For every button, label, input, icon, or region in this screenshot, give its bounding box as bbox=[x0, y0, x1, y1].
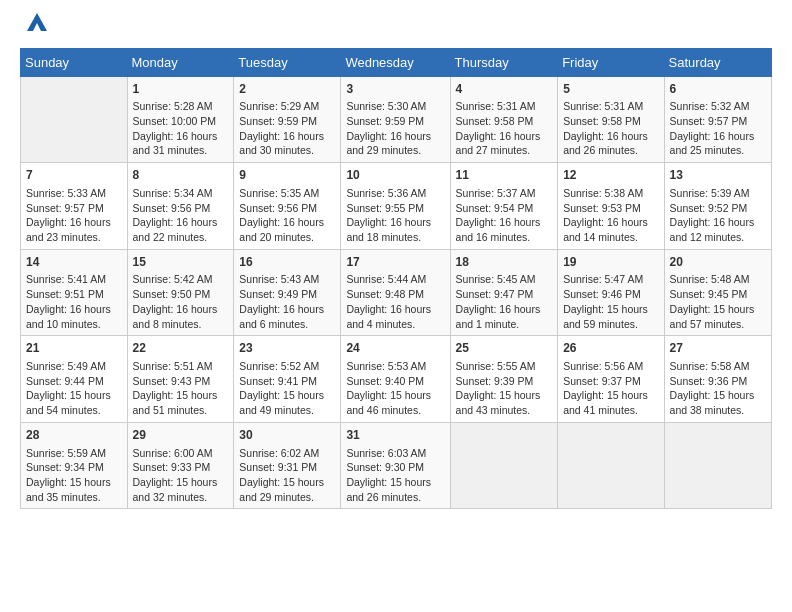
day-cell: 23Sunrise: 5:52 AMSunset: 9:41 PMDayligh… bbox=[234, 336, 341, 423]
day-info-line: Daylight: 16 hours bbox=[133, 215, 229, 230]
day-info-line: Sunset: 9:45 PM bbox=[670, 287, 766, 302]
day-number: 2 bbox=[239, 81, 335, 98]
day-info-line: and 25 minutes. bbox=[670, 143, 766, 158]
day-info-line: Sunrise: 5:42 AM bbox=[133, 272, 229, 287]
week-row-5: 28Sunrise: 5:59 AMSunset: 9:34 PMDayligh… bbox=[21, 422, 772, 509]
day-info-line: Sunset: 9:59 PM bbox=[346, 114, 444, 129]
day-info-line: Sunset: 9:47 PM bbox=[456, 287, 553, 302]
day-cell bbox=[558, 422, 664, 509]
day-number: 11 bbox=[456, 167, 553, 184]
day-info-line: Sunset: 9:59 PM bbox=[239, 114, 335, 129]
day-info-line: Sunset: 9:58 PM bbox=[563, 114, 658, 129]
day-info-line: Daylight: 16 hours bbox=[26, 302, 122, 317]
day-info-line: Sunset: 9:56 PM bbox=[239, 201, 335, 216]
day-info-line: Daylight: 16 hours bbox=[670, 215, 766, 230]
day-info-line: Sunrise: 5:29 AM bbox=[239, 99, 335, 114]
day-info-line: Daylight: 16 hours bbox=[456, 129, 553, 144]
day-cell: 17Sunrise: 5:44 AMSunset: 9:48 PMDayligh… bbox=[341, 249, 450, 336]
day-cell: 29Sunrise: 6:00 AMSunset: 9:33 PMDayligh… bbox=[127, 422, 234, 509]
week-row-1: 1Sunrise: 5:28 AMSunset: 10:00 PMDayligh… bbox=[21, 76, 772, 163]
day-info-line: and 14 minutes. bbox=[563, 230, 658, 245]
day-info-line: Sunset: 9:50 PM bbox=[133, 287, 229, 302]
day-info-line: Sunrise: 5:48 AM bbox=[670, 272, 766, 287]
day-info-line: and 30 minutes. bbox=[239, 143, 335, 158]
day-info-line: Sunset: 9:34 PM bbox=[26, 460, 122, 475]
day-cell: 27Sunrise: 5:58 AMSunset: 9:36 PMDayligh… bbox=[664, 336, 771, 423]
day-info-line: Sunrise: 6:00 AM bbox=[133, 446, 229, 461]
day-cell bbox=[21, 76, 128, 163]
week-row-3: 14Sunrise: 5:41 AMSunset: 9:51 PMDayligh… bbox=[21, 249, 772, 336]
day-info-line: Daylight: 15 hours bbox=[670, 302, 766, 317]
day-number: 23 bbox=[239, 340, 335, 357]
day-info-line: Sunset: 9:30 PM bbox=[346, 460, 444, 475]
day-cell: 9Sunrise: 5:35 AMSunset: 9:56 PMDaylight… bbox=[234, 163, 341, 250]
day-info-line: and 51 minutes. bbox=[133, 403, 229, 418]
day-info-line: Sunrise: 5:52 AM bbox=[239, 359, 335, 374]
day-info-line: Sunrise: 5:44 AM bbox=[346, 272, 444, 287]
day-cell: 4Sunrise: 5:31 AMSunset: 9:58 PMDaylight… bbox=[450, 76, 558, 163]
day-cell bbox=[450, 422, 558, 509]
day-info-line: Sunset: 9:36 PM bbox=[670, 374, 766, 389]
day-info-line: Sunset: 9:46 PM bbox=[563, 287, 658, 302]
day-info-line: Sunset: 9:56 PM bbox=[133, 201, 229, 216]
page-header bbox=[20, 16, 772, 38]
logo-icon bbox=[23, 9, 51, 37]
day-info-line: Sunrise: 5:49 AM bbox=[26, 359, 122, 374]
day-info-line: Sunset: 9:57 PM bbox=[670, 114, 766, 129]
day-info-line: Daylight: 15 hours bbox=[346, 388, 444, 403]
day-cell: 26Sunrise: 5:56 AMSunset: 9:37 PMDayligh… bbox=[558, 336, 664, 423]
day-info-line: Daylight: 16 hours bbox=[239, 129, 335, 144]
day-info-line: Daylight: 16 hours bbox=[563, 129, 658, 144]
day-info-line: Daylight: 15 hours bbox=[239, 475, 335, 490]
day-info-line: Sunset: 9:51 PM bbox=[26, 287, 122, 302]
day-cell: 10Sunrise: 5:36 AMSunset: 9:55 PMDayligh… bbox=[341, 163, 450, 250]
day-number: 28 bbox=[26, 427, 122, 444]
day-number: 16 bbox=[239, 254, 335, 271]
day-info-line: and 46 minutes. bbox=[346, 403, 444, 418]
day-number: 7 bbox=[26, 167, 122, 184]
day-info-line: Daylight: 16 hours bbox=[133, 302, 229, 317]
day-info-line: Sunset: 9:43 PM bbox=[133, 374, 229, 389]
day-info-line: and 41 minutes. bbox=[563, 403, 658, 418]
day-number: 21 bbox=[26, 340, 122, 357]
day-cell: 30Sunrise: 6:02 AMSunset: 9:31 PMDayligh… bbox=[234, 422, 341, 509]
header-cell-saturday: Saturday bbox=[664, 48, 771, 76]
day-cell: 16Sunrise: 5:43 AMSunset: 9:49 PMDayligh… bbox=[234, 249, 341, 336]
day-info-line: Daylight: 16 hours bbox=[346, 129, 444, 144]
day-cell: 14Sunrise: 5:41 AMSunset: 9:51 PMDayligh… bbox=[21, 249, 128, 336]
day-info-line: Sunrise: 5:58 AM bbox=[670, 359, 766, 374]
day-number: 18 bbox=[456, 254, 553, 271]
day-number: 12 bbox=[563, 167, 658, 184]
day-info-line: Daylight: 15 hours bbox=[346, 475, 444, 490]
day-number: 30 bbox=[239, 427, 335, 444]
day-info-line: and 29 minutes. bbox=[346, 143, 444, 158]
day-info-line: Sunrise: 5:32 AM bbox=[670, 99, 766, 114]
day-cell: 28Sunrise: 5:59 AMSunset: 9:34 PMDayligh… bbox=[21, 422, 128, 509]
day-number: 15 bbox=[133, 254, 229, 271]
day-cell: 15Sunrise: 5:42 AMSunset: 9:50 PMDayligh… bbox=[127, 249, 234, 336]
day-info-line: and 8 minutes. bbox=[133, 317, 229, 332]
day-number: 22 bbox=[133, 340, 229, 357]
day-info-line: Daylight: 15 hours bbox=[670, 388, 766, 403]
day-cell: 18Sunrise: 5:45 AMSunset: 9:47 PMDayligh… bbox=[450, 249, 558, 336]
day-info-line: Sunset: 9:41 PM bbox=[239, 374, 335, 389]
day-info-line: Sunset: 9:40 PM bbox=[346, 374, 444, 389]
day-number: 4 bbox=[456, 81, 553, 98]
day-info-line: Sunrise: 5:53 AM bbox=[346, 359, 444, 374]
day-cell: 19Sunrise: 5:47 AMSunset: 9:46 PMDayligh… bbox=[558, 249, 664, 336]
day-info-line: Daylight: 16 hours bbox=[133, 129, 229, 144]
day-cell: 22Sunrise: 5:51 AMSunset: 9:43 PMDayligh… bbox=[127, 336, 234, 423]
day-cell: 13Sunrise: 5:39 AMSunset: 9:52 PMDayligh… bbox=[664, 163, 771, 250]
day-info-line: Daylight: 16 hours bbox=[456, 302, 553, 317]
day-info-line: and 49 minutes. bbox=[239, 403, 335, 418]
day-info-line: Daylight: 16 hours bbox=[456, 215, 553, 230]
day-info-line: Sunrise: 5:38 AM bbox=[563, 186, 658, 201]
day-number: 20 bbox=[670, 254, 766, 271]
day-cell: 12Sunrise: 5:38 AMSunset: 9:53 PMDayligh… bbox=[558, 163, 664, 250]
day-info-line: Daylight: 16 hours bbox=[26, 215, 122, 230]
day-info-line: Sunrise: 6:03 AM bbox=[346, 446, 444, 461]
day-number: 1 bbox=[133, 81, 229, 98]
day-info-line: Sunrise: 5:47 AM bbox=[563, 272, 658, 287]
day-info-line: and 59 minutes. bbox=[563, 317, 658, 332]
day-cell bbox=[664, 422, 771, 509]
